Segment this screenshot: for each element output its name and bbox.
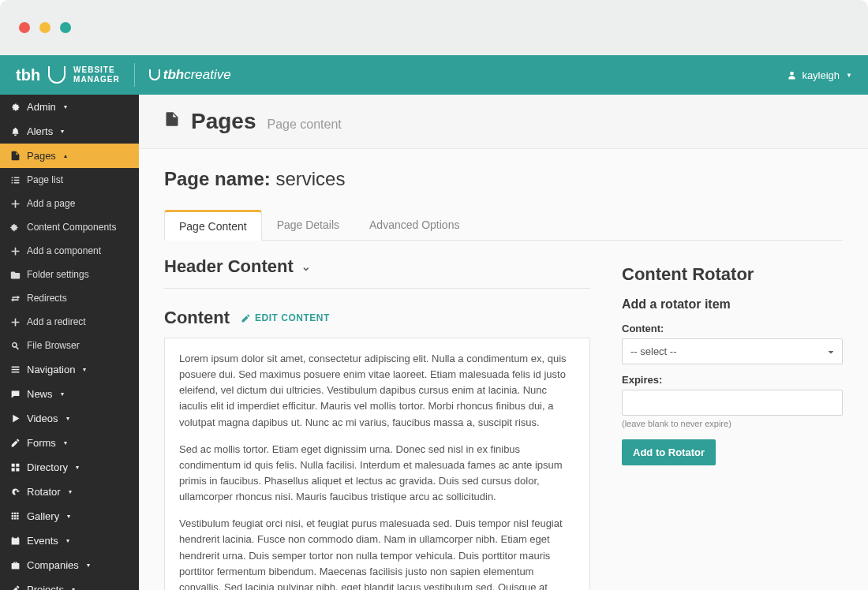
briefcase-icon: [9, 560, 21, 570]
traffic-light-zoom[interactable]: [60, 22, 71, 33]
sidebar-item-add-a-page[interactable]: Add a page: [0, 192, 139, 215]
sidebar-item-add-a-redirect[interactable]: Add a redirect: [0, 310, 139, 334]
chevron-icon: ▾: [61, 390, 64, 398]
smiley-icon: [149, 69, 160, 80]
sidebar-item-label: File Browser: [27, 340, 80, 351]
sidebar-item-label: Companies: [27, 559, 79, 571]
file-icon: [164, 110, 180, 129]
rotator-expires-input[interactable]: [622, 390, 843, 416]
sidebar-item-label: Folder settings: [27, 269, 89, 280]
sidebar-item-rotator[interactable]: Rotator▾: [0, 480, 139, 504]
sidebar-item-companies[interactable]: Companies▾: [0, 553, 139, 577]
logo-main: tbh WEBSITE MANAGER: [16, 65, 120, 84]
gear-icon: [9, 102, 21, 112]
sidebar: Admin▾Alerts▾Pages▴Page listAdd a pageCo…: [0, 95, 139, 590]
sidebar-item-file-browser[interactable]: File Browser: [0, 334, 139, 357]
content-section-title: Content: [164, 308, 230, 328]
header-content-toggle[interactable]: Header Content ⌄: [164, 256, 590, 277]
logo-divider: [134, 63, 135, 87]
page-name-label: Page name:: [164, 168, 271, 189]
chevron-down-icon: ▼: [846, 72, 852, 79]
rotator-content-select[interactable]: -- select --: [622, 338, 843, 364]
sidebar-item-label: Videos: [27, 413, 58, 424]
tab-advanced-options[interactable]: Advanced Options: [354, 210, 474, 241]
bars-icon: [9, 364, 21, 375]
content-paragraph: Sed ac mollis tortor. Etiam eget digniss…: [179, 442, 575, 506]
header-content-label: Header Content: [164, 256, 294, 277]
sidebar-item-label: Gallery: [27, 510, 59, 522]
sidebar-item-pages[interactable]: Pages▴: [0, 144, 139, 168]
page-name-row: Page name: services: [164, 168, 843, 190]
sidebar-item-label: News: [27, 388, 53, 400]
edit-content-link[interactable]: EDIT CONTENT: [241, 312, 330, 323]
pencil-icon: [9, 438, 21, 448]
sidebar-item-gallery[interactable]: Gallery▾: [0, 504, 139, 528]
content-paragraph: Vestibulum feugiat orci nisi, et feugiat…: [179, 516, 575, 590]
grid-icon: [9, 462, 21, 472]
chevron-icon: ▾: [72, 586, 75, 590]
sidebar-item-label: Content Components: [27, 222, 116, 233]
topbar: tbh WEBSITE MANAGER tbhcreative kayleigh…: [0, 55, 868, 95]
rotator-title: Content Rotator: [622, 264, 843, 285]
puzzle-icon: [9, 222, 21, 233]
page-name-value: services: [275, 168, 345, 189]
sidebar-item-projects[interactable]: Projects▾: [0, 577, 139, 590]
sidebar-item-folder-settings[interactable]: Folder settings: [0, 263, 139, 286]
sidebar-item-videos[interactable]: Videos▾: [0, 406, 139, 431]
divider: [164, 288, 590, 289]
tab-page-details[interactable]: Page Details: [262, 210, 354, 241]
sidebar-item-redirects[interactable]: Redirects: [0, 286, 139, 310]
search-icon: [9, 341, 21, 351]
sidebar-item-directory[interactable]: Directory▾: [0, 455, 139, 480]
sidebar-item-admin[interactable]: Admin▾: [0, 95, 139, 119]
smiley-icon: [48, 66, 65, 84]
sidebar-item-label: Directory: [27, 461, 68, 473]
sidebar-item-label: Events: [27, 535, 58, 547]
swap-icon: [9, 293, 21, 304]
add-to-rotator-button[interactable]: Add to Rotator: [622, 439, 716, 465]
sidebar-item-label: Alerts: [27, 125, 53, 137]
sidebar-item-events[interactable]: Events▾: [0, 528, 139, 553]
logo-line2: MANAGER: [73, 75, 120, 84]
rotator-expires-label: Expires:: [622, 374, 843, 386]
bell-icon: [9, 126, 21, 136]
chevron-icon: ▾: [64, 439, 67, 446]
logo-secondary: tbhcreative: [149, 67, 231, 83]
chevron-icon: ▾: [76, 464, 79, 471]
sidebar-item-label: Pages: [27, 150, 56, 162]
edit-content-label: EDIT CONTENT: [255, 312, 330, 323]
pencil-icon: [9, 584, 21, 590]
list-icon: [9, 175, 21, 185]
traffic-light-close[interactable]: [19, 22, 30, 33]
sidebar-item-label: Rotator: [27, 486, 61, 498]
sidebar-item-label: Forms: [27, 437, 56, 449]
chevron-icon: ▾: [83, 366, 86, 373]
content-paragraph: Lorem ipsum dolor sit amet, consectetur …: [179, 351, 575, 431]
sidebar-item-navigation[interactable]: Navigation▾: [0, 357, 139, 382]
sidebar-item-label: Navigation: [27, 364, 75, 375]
sidebar-item-news[interactable]: News▾: [0, 382, 139, 406]
sidebar-item-label: Admin: [27, 101, 56, 113]
pencil-icon: [241, 313, 251, 323]
sidebar-item-alerts[interactable]: Alerts▾: [0, 119, 139, 144]
sidebar-item-page-list[interactable]: Page list: [0, 168, 139, 192]
sidebar-item-label: Add a component: [27, 245, 101, 256]
user-menu[interactable]: kayleigh ▼: [787, 69, 852, 81]
chevron-icon: ▾: [66, 415, 69, 422]
sidebar-item-label: Redirects: [27, 293, 67, 304]
sidebar-item-content-components[interactable]: Content Components: [0, 215, 139, 239]
plus-icon: [9, 317, 21, 327]
plus-icon: [9, 199, 21, 209]
sidebar-item-label: Add a page: [27, 198, 75, 209]
content-box: Lorem ipsum dolor sit amet, consectetur …: [164, 338, 590, 590]
sidebar-item-add-a-component[interactable]: Add a component: [0, 239, 139, 263]
traffic-light-minimize[interactable]: [39, 22, 51, 33]
page-header: Pages Page content: [139, 95, 868, 149]
sidebar-item-forms[interactable]: Forms▾: [0, 431, 139, 455]
browser-chrome: [0, 0, 868, 55]
chevron-icon: ▾: [87, 562, 90, 569]
file-icon: [9, 151, 21, 161]
tab-page-content[interactable]: Page Content: [164, 210, 262, 241]
user-icon: [787, 70, 797, 80]
page-title: Pages: [191, 109, 256, 134]
